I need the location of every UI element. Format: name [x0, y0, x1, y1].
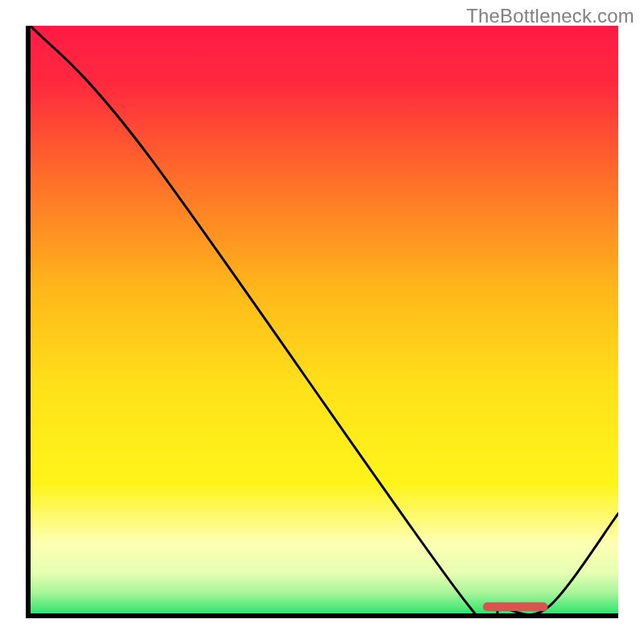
watermark-text: TheBottleneck.com [466, 5, 634, 27]
gradient-rect [31, 26, 618, 613]
chart-container: TheBottleneck.com [0, 0, 644, 644]
gradient-background [31, 26, 618, 613]
x-axis [26, 613, 618, 618]
plot-background [31, 26, 618, 613]
y-axis [26, 26, 31, 618]
